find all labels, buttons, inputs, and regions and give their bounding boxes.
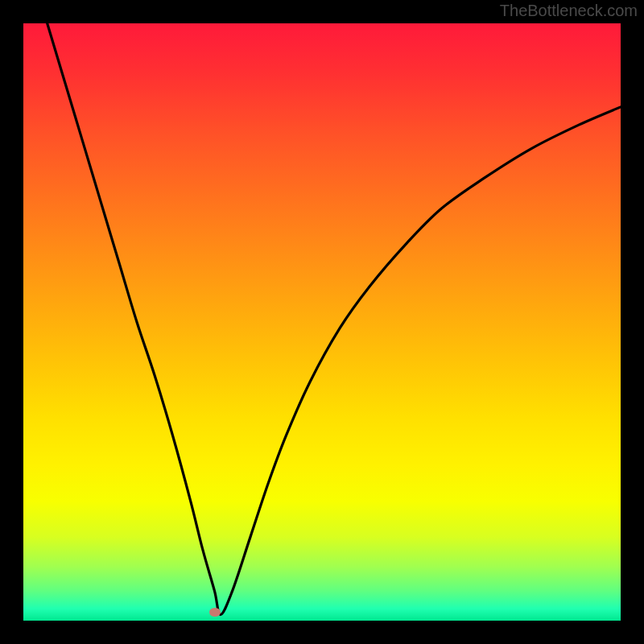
curve-path <box>47 23 621 615</box>
bottleneck-curve <box>23 23 621 621</box>
optimal-marker <box>209 608 221 617</box>
attribution-text: TheBottleneck.com <box>500 2 638 20</box>
chart-frame: TheBottleneck.com <box>0 0 644 644</box>
plot-area <box>23 23 621 621</box>
